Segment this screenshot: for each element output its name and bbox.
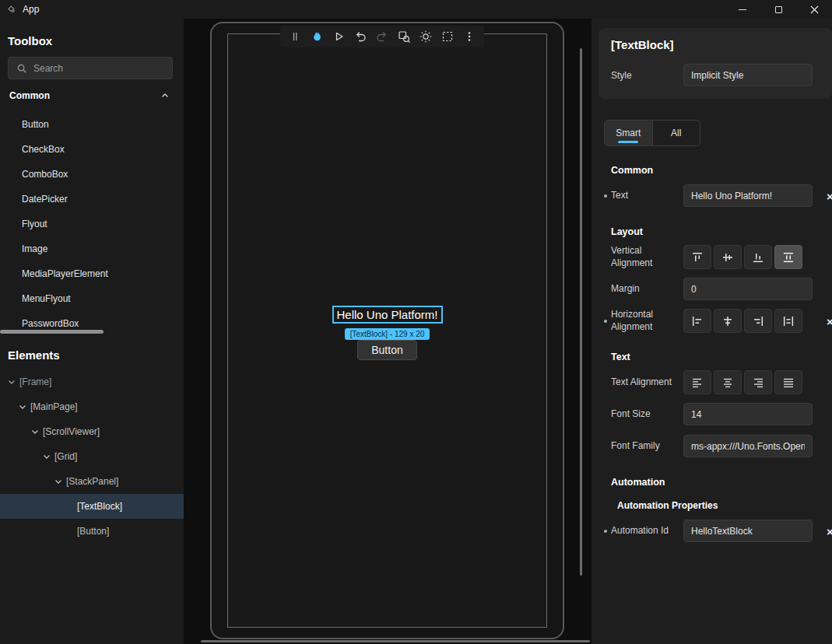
redo-icon[interactable] [374,28,391,45]
vertical-alignment-row: Vertical Alignment [611,245,832,269]
tree-item-label: [Frame] [19,376,51,387]
close-button[interactable] [796,0,832,19]
tree-item-label: [StackPanel] [66,476,118,487]
text-align-right-button[interactable] [744,370,772,394]
clipped-action-icon[interactable]: × [827,524,832,537]
align-horizontal-stretch-button[interactable] [774,309,802,333]
align-left-button[interactable] [683,309,711,333]
automation-properties-subheader: Automation Properties [617,500,832,511]
tree-item-label: [Button] [77,526,109,537]
toolbox-search[interactable] [8,57,173,79]
modified-dot [604,530,607,533]
maximize-button[interactable] [760,0,796,19]
automation-id-label: Automation Id [611,525,683,537]
toolbox-section-common[interactable]: Common [0,79,184,112]
app-title: App [23,4,39,15]
align-horizontal-center-button[interactable] [714,309,742,333]
element-picker-icon[interactable] [395,28,412,45]
toolbox-horizontal-scrollbar[interactable] [0,330,104,334]
hot-reload-flame-icon[interactable] [308,28,325,45]
toolbox-item-image[interactable]: Image [0,236,184,261]
toolbar-drag-handle-icon[interactable] [286,28,304,45]
chevron-down-icon[interactable] [30,427,40,436]
font-family-input[interactable] [683,435,813,457]
chevron-up-icon [160,91,170,100]
toolbox-item-menuflyout[interactable]: MenuFlyout [0,286,184,311]
left-sidebar: Toolbox Common Button CheckBox ComboBox … [0,19,184,644]
chevron-down-icon[interactable] [17,402,28,411]
elements-title: Elements [0,336,184,369]
align-top-button[interactable] [683,245,711,269]
play-button-icon[interactable] [330,28,347,45]
automation-id-row: Automation Id × [611,519,832,543]
font-size-input[interactable] [683,403,813,425]
section-text: Text [611,352,832,362]
toolbox-item-datepicker[interactable]: DatePicker [0,187,184,212]
theme-sun-icon[interactable] [417,28,434,45]
margin-input[interactable] [683,278,813,300]
minimize-button[interactable] [725,0,760,19]
style-input[interactable] [683,64,813,86]
tree-item-label: [Grid] [54,451,77,462]
align-right-button[interactable] [744,309,772,333]
canvas-textblock-selected[interactable]: Hello Uno Platform! [332,306,442,324]
horizontal-alignment-group [683,309,802,333]
text-alignment-label: Text Alignment [611,376,683,389]
guidelines-icon[interactable] [439,28,456,45]
design-canvas: Hello Uno Platform! [TextBlock] - 129 x … [184,19,592,644]
main-area: Toolbox Common Button CheckBox ComboBox … [0,19,832,644]
tree-item-scrollviewer[interactable]: [ScrollViewer] [0,419,184,444]
tree-item-stackpanel[interactable]: [StackPanel] [0,469,184,494]
toolbox-item-combobox[interactable]: ComboBox [0,162,184,187]
titlebar-left: App [0,4,725,15]
properties-tabs: Smart All [604,120,700,146]
design-toolbar [280,26,484,47]
align-bottom-button[interactable] [744,245,772,269]
chevron-down-icon[interactable] [53,477,64,486]
text-alignment-row: Text Alignment [611,370,832,394]
toolbox-section-label: Common [9,90,50,101]
search-input[interactable] [33,63,164,74]
tree-item-frame[interactable]: [Frame] [0,369,184,394]
toolbox-item-checkbox[interactable]: CheckBox [0,137,184,162]
active-tab-underline [618,141,638,143]
chevron-down-icon[interactable] [6,377,17,387]
canvas-vertical-scrollbar[interactable] [580,48,582,576]
device-screen: Hello Uno Platform! [TextBlock] - 129 x … [227,33,547,628]
tree-item-grid[interactable]: [Grid] [0,444,184,469]
section-layout: Layout [611,226,832,237]
automation-id-input[interactable] [683,520,813,542]
tree-item-textblock[interactable]: [TextBlock] [0,494,184,519]
toolbox-item-mediaplayerelement[interactable]: MediaPlayerElement [0,261,184,286]
tree-item-button[interactable]: [Button] [0,519,184,544]
canvas-content-stack: Hello Uno Platform! [TextBlock] - 129 x … [332,306,442,360]
clipped-action-icon[interactable]: × [827,189,832,202]
more-options-icon[interactable] [461,28,478,45]
text-property-label: Text [611,190,683,202]
selection-size-badge: [TextBlock] - 129 x 20 [345,328,430,340]
modified-dot [604,320,607,323]
modified-dot [604,194,607,198]
minimize-icon [739,9,746,10]
toolbox-item-flyout[interactable]: Flyout [0,212,184,236]
font-family-row: Font Family [611,434,832,458]
canvas-horizontal-scrollbar[interactable] [201,640,590,642]
tree-item-mainpage[interactable]: [MainPage] [0,394,184,419]
text-align-justify-button[interactable] [774,370,802,394]
vertical-alignment-group [683,245,802,269]
canvas-button[interactable]: Button [357,340,416,360]
text-align-center-button[interactable] [714,370,742,394]
toolbox-item-button[interactable]: Button [0,112,184,137]
align-vertical-stretch-button[interactable] [774,245,802,269]
chevron-down-icon[interactable] [41,452,52,461]
align-vertical-center-button[interactable] [714,245,742,269]
device-frame: Hello Uno Platform! [TextBlock] - 129 x … [210,22,564,639]
text-align-left-button[interactable] [683,370,711,394]
section-common: Common [611,165,832,176]
clipped-action-icon[interactable]: × [827,314,832,327]
tab-all[interactable]: All [652,121,700,145]
undo-icon[interactable] [352,28,369,45]
tab-smart[interactable]: Smart [605,121,652,145]
text-property-input[interactable] [683,184,813,207]
tree-item-label: [ScrollViewer] [43,426,100,437]
